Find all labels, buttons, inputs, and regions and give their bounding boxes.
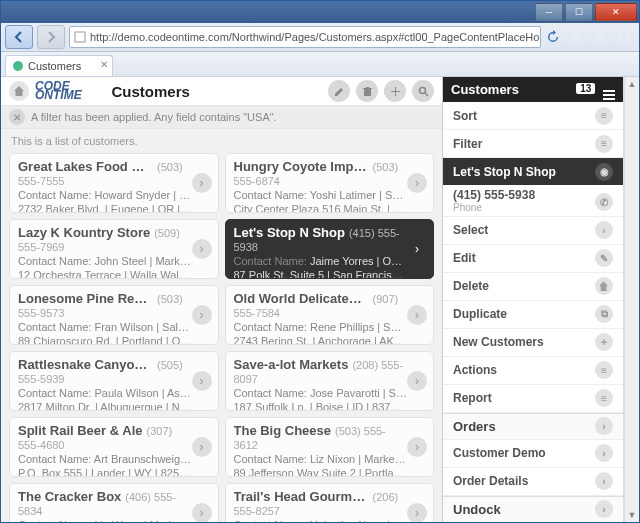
address-text: http://demo.codeontime.com/Northwind/Pag… bbox=[90, 31, 541, 43]
chevron-right-icon[interactable]: › bbox=[192, 437, 212, 457]
refresh-icon[interactable] bbox=[545, 29, 561, 45]
card-contact: Contact Name: Fran Wilson | Sales Manage… bbox=[18, 320, 192, 334]
customer-card[interactable]: The Big Cheese(503) 555-3612Contact Name… bbox=[225, 417, 435, 477]
related-customer-demo[interactable]: Customer Demo› bbox=[443, 440, 623, 468]
filter-text: A filter has been applied. Any field con… bbox=[31, 111, 277, 123]
customer-card[interactable]: Rattlesnake Canyon Gr…(505) 555-5939Cont… bbox=[9, 351, 219, 411]
chevron-right-icon[interactable]: › bbox=[407, 371, 427, 391]
tab-close-icon[interactable]: ✕ bbox=[100, 59, 108, 70]
customer-card[interactable]: Save-a-lot Markets(208) 555-8097Contact … bbox=[225, 351, 435, 411]
card-contact: Contact Name: Art Braunschweiger | Sales… bbox=[18, 452, 192, 466]
page-header: CODEONTIME Customers bbox=[1, 77, 442, 106]
chevron-right-icon[interactable]: › bbox=[192, 371, 212, 391]
customer-card[interactable]: Old World Delicatessen(907) 555-7584Cont… bbox=[225, 285, 435, 345]
card-address: 187 Suffolk Ln. | Boise | ID | 83720 | U… bbox=[234, 400, 408, 411]
chevron-right-icon: › bbox=[595, 417, 613, 435]
card-contact: Contact Name: Yoshi Latimer | Sales Repr… bbox=[234, 188, 408, 202]
card-title: Split Rail Beer & Ale bbox=[18, 424, 143, 438]
chevron-right-icon[interactable]: › bbox=[192, 173, 212, 193]
home-icon[interactable] bbox=[565, 26, 587, 48]
card-address: 2817 Milton Dr. | Albuquerque | NM | 871… bbox=[18, 400, 192, 411]
customer-card[interactable]: Trail's Head Gourmet P…(206) 555-8257Con… bbox=[225, 483, 435, 522]
chevron-right-icon: › bbox=[595, 472, 613, 490]
page-title: Customers bbox=[112, 83, 190, 100]
window-maximize-button[interactable]: ☐ bbox=[565, 3, 593, 21]
chevron-right-icon[interactable]: › bbox=[407, 503, 427, 522]
search-button[interactable] bbox=[412, 80, 434, 102]
nav-forward-button[interactable] bbox=[37, 25, 65, 49]
eye-icon[interactable]: ◉ bbox=[595, 163, 613, 181]
chevron-right-icon[interactable]: › bbox=[407, 305, 427, 325]
chevron-right-icon[interactable]: › bbox=[407, 239, 427, 259]
action-select[interactable]: Select› bbox=[443, 217, 623, 245]
card-address: 12 Orchestra Terrace | Walla Walla | WA … bbox=[18, 268, 192, 279]
selected-record-header: Let's Stop N Shop ◉ bbox=[443, 158, 623, 185]
plus-icon: ＋ bbox=[595, 333, 613, 351]
clear-filter-button[interactable]: ✕ bbox=[9, 109, 25, 125]
action-actions[interactable]: Actions≡ bbox=[443, 357, 623, 385]
related-orders[interactable]: Orders› bbox=[443, 413, 623, 440]
new-button[interactable] bbox=[384, 80, 406, 102]
chevron-right-icon: › bbox=[595, 221, 613, 239]
tools-icon[interactable] bbox=[613, 26, 635, 48]
tab-title: Customers bbox=[28, 60, 81, 72]
list-icon: ≡ bbox=[595, 107, 613, 125]
side-panel-header: Customers 13 bbox=[443, 77, 623, 102]
card-title: Trail's Head Gourmet P… bbox=[234, 490, 369, 504]
card-address: 2732 Baker Blvd. | Eugene | OR | 97403 |… bbox=[18, 202, 192, 213]
window-close-button[interactable]: ✕ bbox=[595, 3, 637, 21]
list-icon: ≡ bbox=[595, 135, 613, 153]
window-minimize-button[interactable]: ─ bbox=[535, 3, 563, 21]
customer-card[interactable]: The Cracker Box(406) 555-5834Contact Nam… bbox=[9, 483, 219, 522]
side-panel: Customers 13 Sort ≡ Filter ≡ Let's Stop … bbox=[443, 77, 624, 522]
address-bar[interactable]: http://demo.codeontime.com/Northwind/Pag… bbox=[69, 26, 541, 48]
card-title: Save-a-lot Markets bbox=[234, 358, 349, 372]
customer-card[interactable]: Hungry Coyote Import…(503) 555-6874Conta… bbox=[225, 153, 435, 213]
card-contact: Contact Name: Helvetius Nagy | Sales Ass… bbox=[234, 518, 408, 522]
card-address: 89 Chiaroscuro Rd. | Portland | OR | 972… bbox=[18, 334, 192, 345]
card-contact: Contact Name: John Steel | Marketing Man… bbox=[18, 254, 192, 268]
list-icon: ≡ bbox=[595, 389, 613, 407]
customer-card[interactable]: Lazy K Kountry Store(509) 555-7969Contac… bbox=[9, 219, 219, 279]
action-edit[interactable]: Edit✎ bbox=[443, 245, 623, 273]
filter-row[interactable]: Filter ≡ bbox=[443, 130, 623, 158]
action-new[interactable]: New Customers＋ bbox=[443, 329, 623, 357]
related-order-details[interactable]: Order Details› bbox=[443, 468, 623, 496]
delete-button[interactable] bbox=[356, 80, 378, 102]
card-contact: Contact Name: Liz Nixon | Marketing Mana… bbox=[234, 452, 408, 466]
chevron-right-icon[interactable]: › bbox=[192, 503, 212, 522]
trash-icon bbox=[362, 86, 373, 97]
window-titlebar: ─ ☐ ✕ bbox=[1, 1, 639, 23]
card-address: P.O. Box 555 | Lander | WY | 82520 | USA bbox=[18, 466, 192, 477]
svg-point-2 bbox=[13, 61, 23, 71]
undock-row[interactable]: Undock› bbox=[443, 496, 623, 522]
favorites-icon[interactable] bbox=[589, 26, 611, 48]
customer-card[interactable]: Split Rail Beer & Ale(307) 555-4680Conta… bbox=[9, 417, 219, 477]
chevron-right-icon[interactable]: › bbox=[192, 305, 212, 325]
card-grid: Great Lakes Food Market(503) 555-7555Con… bbox=[1, 153, 442, 522]
nav-back-button[interactable] bbox=[5, 25, 33, 49]
side-panel-title: Customers bbox=[451, 82, 519, 97]
menu-icon[interactable] bbox=[603, 90, 615, 100]
scroll-down-icon[interactable]: ▼ bbox=[628, 510, 637, 520]
browser-tab[interactable]: Customers ✕ bbox=[5, 55, 113, 76]
chevron-right-icon[interactable]: › bbox=[407, 173, 427, 193]
edit-button[interactable] bbox=[328, 80, 350, 102]
selected-phone-row[interactable]: (415) 555-5938 Phone ✆ bbox=[443, 185, 623, 217]
card-title: Rattlesnake Canyon Gr… bbox=[18, 358, 153, 372]
action-duplicate[interactable]: Duplicate⧉ bbox=[443, 301, 623, 329]
logo: CODEONTIME bbox=[35, 82, 82, 100]
customer-card[interactable]: Great Lakes Food Market(503) 555-7555Con… bbox=[9, 153, 219, 213]
action-delete[interactable]: Delete🗑 bbox=[443, 273, 623, 301]
scrollbar[interactable]: ▲ ▼ bbox=[624, 77, 639, 522]
chevron-right-icon[interactable]: › bbox=[192, 239, 212, 259]
customer-card[interactable]: Lonesome Pine Restau…(503) 555-9573Conta… bbox=[9, 285, 219, 345]
card-title: Let's Stop N Shop bbox=[234, 226, 345, 240]
card-contact: Contact Name: Jose Pavarotti | Sales Rep… bbox=[234, 386, 408, 400]
app-home-button[interactable] bbox=[9, 81, 29, 101]
action-report[interactable]: Report≡ bbox=[443, 385, 623, 413]
sort-row[interactable]: Sort ≡ bbox=[443, 102, 623, 130]
customer-card[interactable]: Let's Stop N Shop(415) 555-5938Contact N… bbox=[225, 219, 435, 279]
chevron-right-icon[interactable]: › bbox=[407, 437, 427, 457]
scroll-up-icon[interactable]: ▲ bbox=[628, 79, 637, 89]
